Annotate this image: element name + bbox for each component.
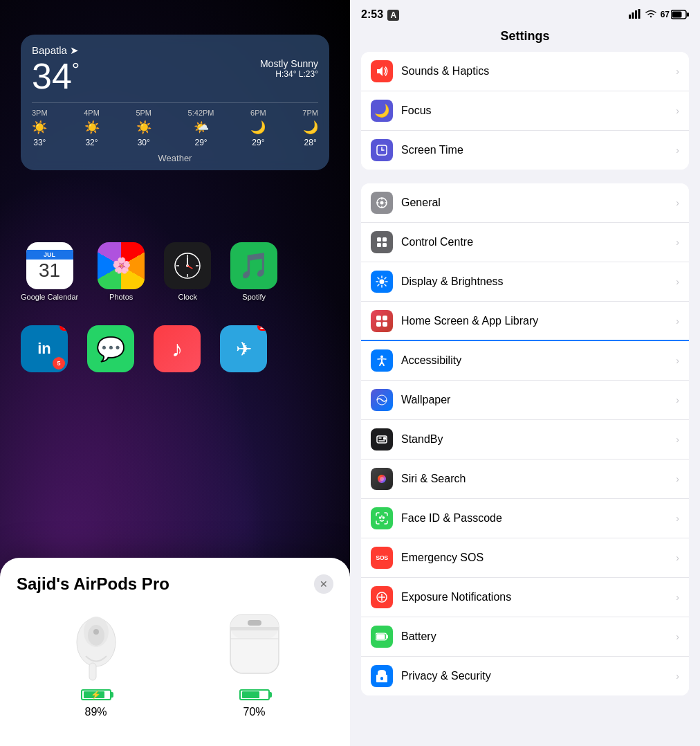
battery-label: Battery bbox=[401, 630, 676, 643]
svg-rect-15 bbox=[230, 627, 279, 630]
svg-point-46 bbox=[380, 477, 384, 481]
forecast-item: 5PM ☀️ 30° bbox=[136, 109, 151, 147]
settings-row-homescreen[interactable]: Home Screen & App Library › bbox=[361, 302, 689, 341]
earbuds-battery-pct: 89% bbox=[84, 706, 107, 718]
app-icon-gcal[interactable]: JUL 31 Google Calendar bbox=[21, 242, 78, 301]
svg-rect-23 bbox=[687, 12, 689, 17]
settings-row-battery[interactable]: Battery › bbox=[361, 617, 689, 657]
controlcentre-label: Control Centre bbox=[401, 236, 676, 248]
status-icons: 67 bbox=[629, 9, 689, 21]
settings-row-focus[interactable]: 🌙 Focus › bbox=[361, 91, 689, 131]
close-button[interactable]: ✕ bbox=[314, 574, 333, 594]
battery-row-icon bbox=[371, 626, 393, 648]
app-icon-music[interactable]: ♪ bbox=[154, 325, 201, 376]
app-icon-photos[interactable]: 🌸 Photos bbox=[98, 242, 145, 301]
forecast-item: 5:42PM 🌤️ 29° bbox=[188, 109, 214, 147]
svg-rect-44 bbox=[383, 437, 386, 440]
weather-widget-label: Weather bbox=[32, 153, 318, 163]
settings-title-bar: Settings bbox=[350, 24, 700, 52]
svg-rect-32 bbox=[377, 243, 381, 247]
svg-rect-20 bbox=[635, 10, 637, 19]
left-panel: Bapatla ➤ 34° Mostly Sunny H:34° L:23° 3… bbox=[0, 0, 350, 746]
svg-rect-55 bbox=[376, 634, 385, 639]
settings-row-sounds[interactable]: Sounds & Haptics › bbox=[361, 52, 689, 91]
standby-chevron: › bbox=[676, 434, 679, 445]
svg-point-12 bbox=[93, 629, 99, 635]
settings-row-privacy[interactable]: Privacy & Security › bbox=[361, 657, 689, 695]
settings-list: Sounds & Haptics › 🌙 Focus › Scr bbox=[350, 52, 700, 746]
signal-icon bbox=[629, 9, 641, 21]
controlcentre-chevron: › bbox=[676, 237, 679, 248]
settings-row-display[interactable]: Display & Brightness › bbox=[361, 262, 689, 302]
settings-title: Settings bbox=[500, 29, 549, 43]
svg-point-48 bbox=[383, 517, 385, 518]
display-label: Display & Brightness bbox=[401, 275, 676, 288]
app-label-clock: Clock bbox=[178, 293, 197, 301]
settings-section-2: General › Control Centre › bbox=[361, 183, 689, 695]
weather-forecast: 3PM ☀️ 33° 4PM ☀️ 32° 5PM ☀️ 30° 5:42PM … bbox=[32, 102, 318, 147]
wifi-icon bbox=[645, 9, 657, 21]
controlcentre-icon bbox=[371, 231, 393, 253]
app-icon-spotify[interactable]: 🎵 Spotify bbox=[230, 242, 277, 301]
svg-rect-33 bbox=[383, 243, 387, 247]
svg-rect-35 bbox=[376, 316, 381, 320]
settings-row-general[interactable]: General › bbox=[361, 183, 689, 223]
app-row-1: JUL 31 Google Calendar 🌸 Photos bbox=[21, 242, 277, 301]
exposure-icon bbox=[371, 586, 393, 608]
focus-chevron: › bbox=[676, 105, 679, 116]
sos-label: Emergency SOS bbox=[401, 552, 676, 564]
svg-point-47 bbox=[380, 517, 381, 518]
general-chevron: › bbox=[676, 197, 679, 208]
wallpaper-label: Wallpaper bbox=[401, 394, 676, 406]
standby-label: StandBy bbox=[401, 433, 676, 446]
svg-rect-37 bbox=[376, 322, 381, 327]
app-icon-linkedin[interactable]: in 5 5 bbox=[21, 325, 68, 376]
svg-rect-14 bbox=[230, 615, 279, 639]
earbuds-image bbox=[62, 601, 131, 684]
settings-row-wallpaper[interactable]: Wallpaper › bbox=[361, 381, 689, 420]
general-icon bbox=[371, 192, 393, 214]
settings-row-sos[interactable]: SOS Emergency SOS › bbox=[361, 538, 689, 578]
svg-rect-31 bbox=[383, 237, 387, 242]
case-image bbox=[220, 601, 289, 684]
siri-chevron: › bbox=[676, 473, 679, 484]
forecast-item: 3PM ☀️ 33° bbox=[32, 109, 48, 147]
app-icon-whatsapp[interactable]: 💬 bbox=[87, 325, 134, 376]
settings-row-accessibility[interactable]: Accessibility › bbox=[361, 341, 689, 381]
homescreen-label: Home Screen & App Library bbox=[401, 315, 676, 327]
weather-condition: Mostly Sunny bbox=[260, 58, 318, 69]
svg-point-29 bbox=[380, 201, 384, 205]
focus-label: Focus bbox=[401, 104, 676, 117]
siri-icon bbox=[371, 468, 393, 490]
svg-rect-36 bbox=[383, 316, 387, 320]
settings-row-faceid[interactable]: Face ID & Passcode › bbox=[361, 499, 689, 538]
svg-rect-56 bbox=[380, 677, 383, 680]
settings-row-siri[interactable]: Siri & Search › bbox=[361, 460, 689, 499]
app-icon-clock[interactable]: Clock bbox=[164, 242, 211, 301]
settings-row-screentime[interactable]: Screen Time › bbox=[361, 131, 689, 170]
forecast-item: 6PM 🌙 29° bbox=[250, 109, 266, 147]
homescreen-icon bbox=[371, 310, 393, 332]
earbuds-item: ⚡ 89% bbox=[62, 601, 131, 718]
status-time: 2:53 A bbox=[361, 8, 399, 21]
svg-rect-10 bbox=[89, 663, 96, 680]
earbuds-battery-indicator: ⚡ bbox=[81, 689, 111, 700]
privacy-icon bbox=[371, 665, 393, 687]
sounds-icon bbox=[371, 60, 393, 82]
battery-icon: 67 bbox=[661, 10, 689, 19]
forecast-item: 4PM ☀️ 32° bbox=[84, 109, 100, 147]
sos-chevron: › bbox=[676, 552, 679, 563]
svg-point-11 bbox=[88, 625, 104, 646]
settings-row-standby[interactable]: StandBy › bbox=[361, 420, 689, 460]
forecast-item: 7PM 🌙 28° bbox=[302, 109, 318, 147]
telegram-badge: 20 bbox=[257, 325, 267, 331]
status-bar: 2:53 A 67 bbox=[350, 0, 700, 24]
settings-row-controlcentre[interactable]: Control Centre › bbox=[361, 223, 689, 262]
svg-rect-24 bbox=[672, 12, 682, 18]
settings-row-exposure[interactable]: Exposure Notifications › bbox=[361, 578, 689, 617]
case-item: 70% bbox=[220, 601, 289, 718]
weather-temp: 34° bbox=[32, 58, 80, 94]
linkedin-badge: 5 bbox=[59, 325, 68, 331]
app-icon-telegram[interactable]: ✈ 20 bbox=[220, 325, 267, 376]
privacy-label: Privacy & Security bbox=[401, 670, 676, 682]
